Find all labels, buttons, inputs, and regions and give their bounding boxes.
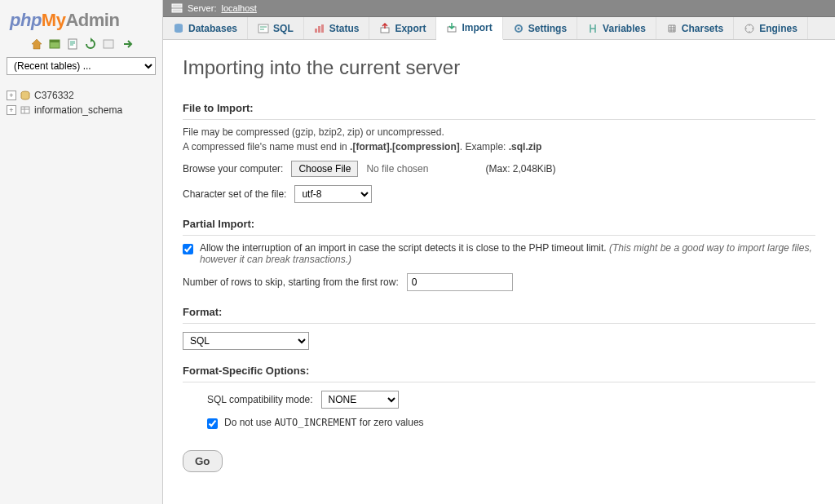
compress-info-1: File may be compressed (gzip, bzip2, zip…	[183, 126, 815, 138]
db-label: C376332	[34, 90, 74, 101]
no-autoincrement-label: Do not use AUTO_INCREMENT for zero value…	[224, 417, 424, 428]
breadcrumb: Server: localhost	[163, 0, 835, 17]
svg-rect-1	[50, 40, 60, 42]
variables-icon	[587, 23, 599, 34]
tab-databases[interactable]: Databases	[163, 17, 248, 39]
database-icon	[20, 105, 31, 115]
recent-tables-select[interactable]: (Recent tables) ...	[7, 57, 156, 75]
no-file-label: No file chosen	[366, 163, 428, 175]
section-format: Format:	[183, 306, 815, 324]
db-label: information_schema	[34, 104, 122, 116]
charset-label: Character set of the file:	[183, 188, 286, 200]
main: Server: localhost Databases SQL Status E…	[163, 0, 835, 504]
expand-icon[interactable]: +	[7, 105, 16, 115]
sql-icon[interactable]	[102, 38, 115, 51]
svg-rect-9	[258, 24, 268, 33]
tab-sql[interactable]: SQL	[248, 17, 304, 39]
compress-info-2: A compressed file's name must end in .[f…	[183, 141, 815, 153]
database-icon	[20, 91, 31, 100]
gear-icon	[513, 23, 524, 34]
sql-icon	[258, 23, 269, 34]
tabs: Databases SQL Status Export Import Setti…	[163, 17, 835, 40]
query-window-icon[interactable]	[48, 38, 61, 51]
home-icon[interactable]	[30, 38, 43, 51]
svg-rect-10	[315, 29, 317, 33]
sql-compat-label: SQL compatibility mode:	[207, 394, 313, 405]
tab-engines[interactable]: Engines	[734, 17, 808, 39]
engines-icon	[744, 23, 755, 34]
tab-status[interactable]: Status	[304, 17, 370, 39]
choose-file-button[interactable]: Choose File	[291, 161, 358, 177]
browse-label: Browse your computer:	[183, 163, 283, 175]
status-icon	[314, 23, 325, 34]
logout-icon[interactable]	[120, 38, 133, 51]
tree-item-db[interactable]: + information_schema	[7, 103, 156, 117]
section-format-specific: Format-Specific Options:	[183, 365, 815, 382]
max-size-label: (Max: 2,048KiB)	[485, 163, 555, 175]
svg-rect-7	[172, 9, 182, 12]
database-tree: + C376332 + information_schema	[7, 88, 156, 117]
allow-interrupt-label: Allow the interruption of an import in c…	[200, 242, 815, 265]
charsets-icon	[666, 23, 678, 34]
allow-interrupt-checkbox[interactable]	[183, 244, 193, 254]
rows-skip-input[interactable]	[407, 273, 513, 291]
database-icon	[173, 23, 184, 34]
charset-select[interactable]: utf-8	[294, 185, 372, 203]
svg-rect-11	[318, 26, 320, 33]
no-autoincrement-checkbox[interactable]	[207, 418, 218, 429]
svg-rect-12	[321, 24, 324, 33]
tree-item-db[interactable]: + C376332	[7, 88, 156, 103]
page-title: Importing into the current server	[183, 56, 815, 79]
format-select[interactable]: SQL	[183, 332, 309, 350]
svg-rect-5	[21, 107, 29, 113]
reload-icon[interactable]	[84, 38, 97, 51]
breadcrumb-value[interactable]: localhost	[221, 3, 256, 13]
sql-compat-select[interactable]: NONE	[321, 391, 399, 409]
sidebar-toolbar	[7, 38, 156, 51]
svg-rect-2	[68, 39, 77, 49]
server-icon	[171, 3, 183, 13]
breadcrumb-label: Server:	[188, 3, 216, 13]
export-icon	[379, 23, 391, 34]
logo-part-php: php	[10, 10, 42, 30]
go-button[interactable]: Go	[183, 450, 223, 472]
tab-variables[interactable]: Variables	[577, 17, 656, 39]
sidebar: phpMyAdmin (Recent tables) ... + C376332…	[0, 0, 163, 504]
tab-charsets[interactable]: Charsets	[656, 17, 734, 39]
section-file-to-import: File to Import:	[183, 102, 815, 120]
rows-skip-label: Number of rows to skip, starting from th…	[183, 276, 399, 288]
logo-part-admin: Admin	[65, 10, 119, 30]
logo: phpMyAdmin	[10, 10, 156, 31]
svg-rect-6	[172, 4, 182, 7]
tab-import[interactable]: Import	[436, 17, 502, 40]
content: Importing into the current server File t…	[163, 40, 835, 504]
docs-icon[interactable]	[66, 38, 79, 51]
svg-rect-3	[104, 40, 113, 48]
logo-part-my: My	[42, 10, 66, 30]
section-partial-import: Partial Import:	[183, 218, 815, 236]
tab-settings[interactable]: Settings	[503, 17, 577, 39]
tab-export[interactable]: Export	[369, 17, 436, 39]
expand-icon[interactable]: +	[7, 91, 16, 100]
import-icon	[446, 22, 457, 33]
svg-point-16	[517, 27, 519, 29]
